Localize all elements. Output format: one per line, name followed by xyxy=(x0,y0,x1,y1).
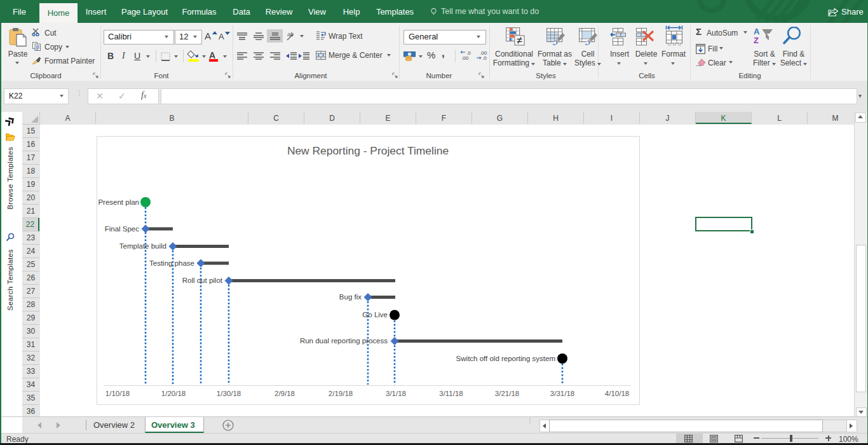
svg-text:A: A xyxy=(754,27,760,36)
svg-text:Run dual reporting process: Run dual reporting process xyxy=(300,337,388,345)
svg-text:2/19/18: 2/19/18 xyxy=(329,390,353,397)
svg-text:2/9/18: 2/9/18 xyxy=(275,390,295,397)
svg-text:3/1/18: 3/1/18 xyxy=(386,390,406,397)
svg-text:Go Live: Go Live xyxy=(362,311,388,318)
svg-text:Switch off old reporting syste: Switch off old reporting system xyxy=(456,355,555,362)
svg-text:3/11/18: 3/11/18 xyxy=(439,390,463,397)
svg-text:Z: Z xyxy=(754,36,759,44)
svg-text:3/21/18: 3/21/18 xyxy=(495,390,519,397)
svg-text:Present plan: Present plan xyxy=(98,198,139,206)
svg-text:1/30/18: 1/30/18 xyxy=(217,390,241,397)
svg-text:1/10/18: 1/10/18 xyxy=(105,390,130,397)
svg-text:3/31/18: 3/31/18 xyxy=(550,390,574,397)
svg-text:.0: .0 xyxy=(482,55,487,60)
svg-text:Roll out pilot: Roll out pilot xyxy=(182,277,223,284)
svg-text:Testing phase: Testing phase xyxy=(149,259,194,267)
svg-text:.00: .00 xyxy=(461,55,469,60)
svg-text:Bug fix: Bug fix xyxy=(339,293,362,301)
svg-text:Final Spec: Final Spec xyxy=(105,225,140,233)
svg-text:1/20/18: 1/20/18 xyxy=(161,390,186,397)
svg-text:New Reporting - Project Timeli: New Reporting - Project Timeline xyxy=(287,144,449,157)
svg-text:4/10/18: 4/10/18 xyxy=(605,390,629,397)
svg-text:ab: ab xyxy=(287,31,294,38)
svg-text:Template build: Template build xyxy=(119,242,166,250)
